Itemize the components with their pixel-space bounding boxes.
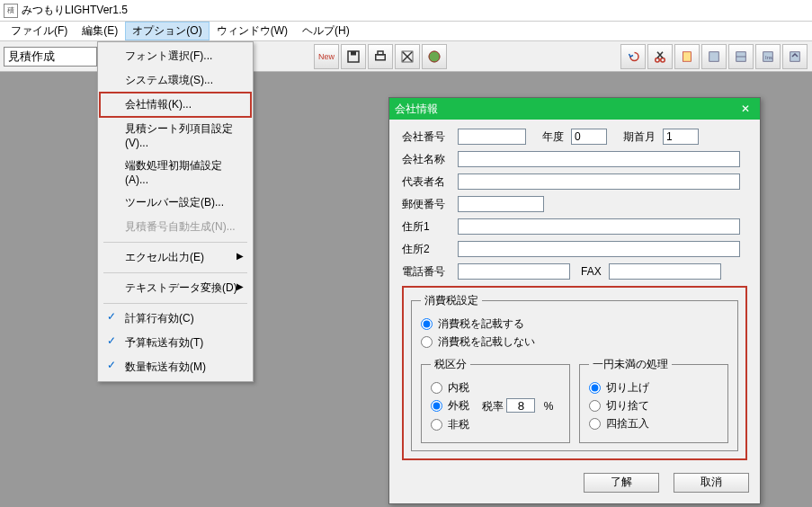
menu-file[interactable]: ファイル(F) (4, 22, 75, 40)
svg-point-9 (656, 58, 660, 62)
svg-rect-14 (709, 51, 719, 61)
label-tax-rate: 税率 (482, 400, 504, 413)
svg-rect-2 (376, 54, 386, 59)
input-fax[interactable] (609, 263, 721, 280)
app-icon: 積 (4, 4, 18, 18)
radio-tax-outer[interactable] (431, 400, 442, 412)
menubar: ファイル(F) 編集(E) オプション(O) ウィンドウ(W) ヘルプ(H) (0, 22, 812, 41)
label-postal: 郵便番号 (402, 197, 458, 212)
input-tel[interactable] (458, 263, 570, 280)
tax-category-legend: 税区分 (431, 357, 470, 372)
tax-category-fieldset: 税区分 内税 外税 税率 % 非税 (421, 357, 570, 443)
label-company-name: 会社名称 (402, 152, 458, 167)
label-tax-record-no: 消費税を記載しない (438, 334, 535, 350)
menu-excel-out[interactable]: エクセル出力(E)▶ (100, 245, 251, 270)
dialog-titlebar[interactable]: 会社情報 ✕ (389, 98, 760, 120)
label-tax-inner: 内税 (448, 380, 469, 396)
label-round-up: 切り上げ (606, 380, 649, 396)
mode-select-input[interactable] (4, 47, 97, 67)
radio-round-down[interactable] (589, 400, 601, 412)
menu-sheet-columns[interactable]: 見積シート列項目設定(V)... (100, 117, 251, 154)
menu-font-select[interactable]: フォント選択(F)... (100, 44, 251, 68)
cancel-button[interactable]: 取消 (674, 473, 749, 493)
menu-qty-fwd-label: 数量転送有効(M) (125, 360, 206, 373)
input-tax-rate[interactable] (506, 398, 535, 413)
label-tax-outer: 外税 (448, 398, 469, 414)
menu-window[interactable]: ウィンドウ(W) (210, 22, 295, 40)
menu-calc-enabled[interactable]: ✓計算行有効(C) (100, 307, 251, 331)
tax-legend: 消費税設定 (421, 293, 482, 308)
menu-edit[interactable]: 編集(E) (75, 22, 125, 40)
svg-rect-1 (351, 51, 356, 56)
submenu-arrow-icon: ▶ (236, 281, 244, 291)
submenu-arrow-icon: ▶ (236, 251, 244, 261)
menu-option[interactable]: オプション(O) (125, 22, 209, 40)
input-postal[interactable] (458, 196, 544, 212)
menu-help[interactable]: ヘルプ(H) (295, 22, 357, 40)
menu-system-env[interactable]: システム環境(S)... (100, 68, 251, 93)
globe-icon[interactable] (422, 44, 447, 69)
svg-rect-3 (378, 51, 383, 55)
tax-fieldset: 消費税設定 消費税を記載する 消費税を記載しない 税区分 内税 外税 税率 % … (411, 293, 738, 451)
rounding-fieldset: 一円未満の処理 切り上げ 切り捨て 四捨五入 (579, 357, 728, 443)
new-icon[interactable]: New (314, 44, 339, 69)
form2-icon[interactable] (728, 44, 754, 69)
menu-text-conv[interactable]: テキストデータ変換(D)▶ (100, 276, 251, 300)
radio-tax-inner[interactable] (431, 382, 442, 394)
label-tax-record-yes: 消費税を記載する (438, 316, 524, 332)
label-start-month: 期首月 (623, 129, 656, 145)
menu-toolbar-settings[interactable]: ツールバー設定(B)... (100, 191, 251, 215)
input-addr2[interactable] (458, 241, 740, 257)
label-rep-name: 代表者名 (402, 174, 458, 190)
label-tax-rate-unit: % (544, 400, 554, 413)
svg-rect-13 (683, 51, 692, 61)
input-addr1[interactable] (458, 218, 740, 235)
input-company-no[interactable] (458, 129, 526, 145)
delete-icon[interactable] (395, 44, 420, 69)
undo-icon[interactable] (620, 44, 646, 69)
rounding-legend: 一円未満の処理 (589, 357, 672, 372)
radio-tax-record-yes[interactable] (421, 318, 433, 330)
company-info-dialog: 会社情報 ✕ 会社番号 年度 期首月 会社名称 代表者名 郵便番号 住所1 (388, 97, 761, 504)
label-tel: 電話番号 (402, 264, 458, 280)
check-icon: ✓ (107, 334, 116, 347)
menu-budget-fwd[interactable]: ✓予算転送有効(T) (100, 331, 251, 355)
form1-icon[interactable] (701, 44, 727, 69)
dialog-title: 会社情報 (395, 102, 438, 117)
radio-round-half[interactable] (589, 418, 601, 430)
menu-qty-fwd[interactable]: ✓数量転送有効(M) (100, 355, 251, 379)
menu-separator (103, 272, 247, 273)
svg-point-10 (661, 58, 665, 62)
menu-fraction-init[interactable]: 端数処理初期値設定(A)... (100, 154, 251, 191)
window-titlebar: 積 みつもりLIGHTVer1.5 (0, 0, 812, 22)
radio-tax-none[interactable] (431, 419, 442, 431)
label-round-half: 四捨五入 (606, 416, 649, 431)
label-tax-none: 非税 (448, 417, 469, 432)
label-year: 年度 (542, 129, 564, 145)
form4-icon[interactable] (782, 44, 808, 69)
input-start-month[interactable] (663, 129, 699, 145)
dialog-close-button[interactable]: ✕ (736, 101, 754, 117)
cut-icon[interactable] (647, 44, 673, 69)
menu-company-info[interactable]: 会社情報(K)... (100, 93, 251, 117)
note-icon[interactable] (674, 44, 700, 69)
menu-calc-enabled-label: 計算行有効(C) (125, 312, 194, 325)
menu-seq-gen: 見積番号自動生成(N)... (100, 215, 251, 239)
ok-button[interactable]: 了解 (584, 473, 659, 493)
tax-settings-section: 消費税設定 消費税を記載する 消費税を記載しない 税区分 内税 外税 税率 % … (402, 286, 747, 460)
menu-budget-fwd-label: 予算転送有効(T) (125, 336, 203, 349)
check-icon: ✓ (107, 359, 116, 371)
label-addr2: 住所2 (402, 242, 458, 257)
print-icon[interactable] (368, 44, 393, 69)
label-round-down: 切り捨て (606, 398, 649, 414)
input-year[interactable] (571, 129, 607, 145)
input-company-name[interactable] (458, 151, 740, 167)
label-company-no: 会社番号 (402, 129, 458, 145)
save-icon[interactable] (341, 44, 366, 69)
form3-icon[interactable]: Ins (755, 44, 781, 69)
radio-round-up[interactable] (589, 382, 601, 394)
radio-tax-record-no[interactable] (421, 336, 433, 348)
input-rep-name[interactable] (458, 173, 740, 190)
window-title: みつもりLIGHTVer1.5 (22, 3, 128, 18)
menu-excel-out-label: エクセル出力(E) (125, 251, 204, 263)
